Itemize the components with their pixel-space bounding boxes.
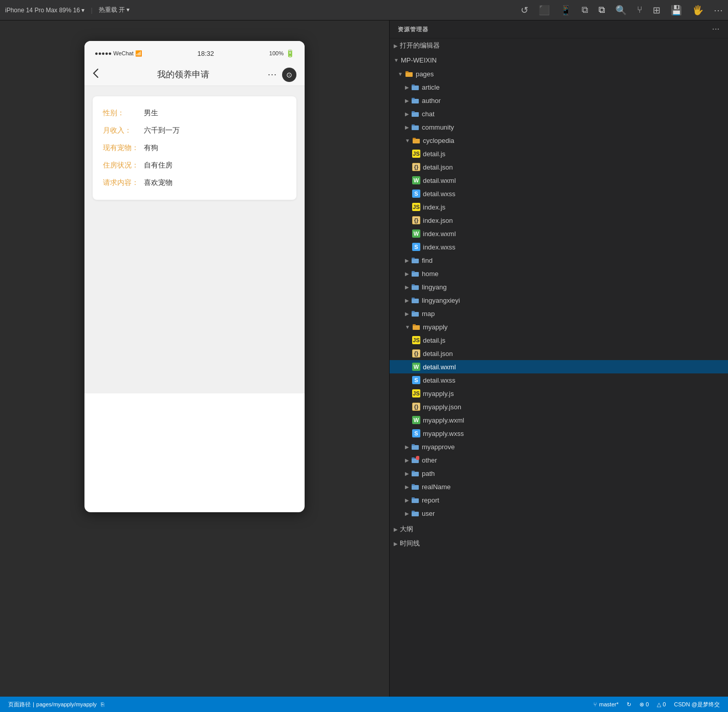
cyclopedia-chevron: ▼: [405, 138, 410, 143]
path-chevron: ▶: [405, 471, 409, 476]
folder-home[interactable]: ▶ home: [390, 267, 728, 280]
back-button[interactable]: [93, 68, 99, 81]
signal-dots: ●●●●●: [95, 50, 112, 56]
myapply-json[interactable]: {} myapply.json: [390, 400, 728, 413]
cyc-index-wxss-label: index.wxss: [423, 243, 456, 251]
folder-author[interactable]: ▶ author: [390, 94, 728, 107]
explorer-header: 资源管理器 ···: [390, 20, 728, 38]
pages-chevron: ▼: [398, 71, 403, 77]
apply-row-housing: 住房状况： 自有住房: [103, 161, 286, 170]
folder-lingyang[interactable]: ▶ lingyang: [390, 280, 728, 294]
project-chevron: ▼: [394, 57, 399, 63]
folder-community[interactable]: ▶ community: [390, 120, 728, 134]
save-icon[interactable]: 💾: [671, 5, 682, 16]
user-label: user: [422, 510, 435, 517]
timeline-section[interactable]: ▶ 时间线: [390, 536, 728, 551]
myapply-wxss-label: myapply.wxss: [423, 430, 464, 437]
refresh-icon[interactable]: ↺: [521, 5, 528, 16]
folder-chat[interactable]: ▶ chat: [390, 107, 728, 120]
svg-rect-16: [412, 285, 419, 290]
folder-cyclopedia[interactable]: ▼ cyclopedia: [390, 134, 728, 147]
copy-pages-icon[interactable]: ⧉: [598, 5, 605, 15]
breadcrumb-label: 页面路径: [8, 701, 31, 708]
folder-pages[interactable]: ▼ pages: [390, 67, 728, 80]
cyc-index-wxml[interactable]: W index.wxml: [390, 227, 728, 240]
myapply-js[interactable]: JS myapply.js: [390, 387, 728, 400]
folder-report[interactable]: ▶ report: [390, 493, 728, 507]
outline-section[interactable]: ▶ 大纲: [390, 522, 728, 536]
myapply-wxml[interactable]: W myapply.wxml: [390, 413, 728, 427]
camera-button[interactable]: ⊙: [282, 68, 296, 82]
git-icon[interactable]: ⑂: [637, 5, 643, 15]
search-icon[interactable]: 🔍: [615, 5, 627, 16]
file-tree[interactable]: ▶ 打开的编辑器 ▼ MP-WEIXIN ▼ pages ▶: [390, 38, 728, 697]
extensions-icon[interactable]: ⊞: [653, 5, 660, 16]
sync-section[interactable]: ↻: [627, 701, 631, 708]
cyc-index-js[interactable]: JS index.js: [390, 200, 728, 214]
housing-label: 住房状况：: [103, 161, 144, 170]
breadcrumb-section[interactable]: 页面路径 | pages/myapply/myapply ⎘: [8, 701, 104, 708]
cyc-index-json[interactable]: {} index.json: [390, 214, 728, 227]
myapply-detail-json[interactable]: {} detail.json: [390, 347, 728, 360]
svg-rect-5: [412, 98, 415, 99]
folder-find-icon: [411, 256, 419, 264]
phone-status-bar: ●●●●● WeChat 📶 18:32 100% 🔋: [84, 41, 305, 64]
toolbar-separator1: |: [91, 7, 92, 14]
svg-rect-20: [412, 312, 419, 317]
find-chevron: ▶: [405, 258, 409, 263]
cyc-detail-wxss[interactable]: S detail.wxss: [390, 187, 728, 200]
errors-section[interactable]: ⊗ 0: [639, 701, 649, 708]
folder-path[interactable]: ▶ path: [390, 467, 728, 480]
bottom-status-bar: 页面路径 | pages/myapply/myapply ⎘ ⑂ master*…: [0, 697, 728, 712]
myapply-detail-wxml[interactable]: W detail.wxml: [390, 360, 728, 373]
find-label: find: [422, 257, 433, 264]
phone-content: 性别： 男生 月收入： 六千到一万 现有宠物： 有狗 住房状况： 自有住房: [84, 86, 305, 393]
js-icon4: JS: [412, 389, 420, 397]
folder-realname[interactable]: ▶ realName: [390, 480, 728, 493]
window-icon[interactable]: ⧉: [582, 5, 588, 15]
cyc-detail-js[interactable]: JS detail.js: [390, 147, 728, 160]
cyc-detail-json-label: detail.json: [423, 163, 453, 171]
explorer-header-actions[interactable]: ···: [712, 25, 720, 33]
folder-other[interactable]: ▶ other: [390, 453, 728, 467]
wxml-icon: W: [412, 176, 420, 184]
folder-lingyangxieyi[interactable]: ▶ lingyangxieyi: [390, 294, 728, 307]
myapply-wxss[interactable]: S myapply.wxss: [390, 427, 728, 440]
folder-user[interactable]: ▶ user: [390, 507, 728, 520]
project-root-section[interactable]: ▼ MP-WEIXIN: [390, 53, 728, 67]
cyc-index-wxss[interactable]: S index.wxss: [390, 240, 728, 254]
csdn-section[interactable]: CSDN @是梦终交: [674, 701, 720, 708]
json-icon: {}: [412, 163, 420, 171]
svg-rect-1: [405, 71, 409, 73]
tools-icon[interactable]: 🖐: [692, 5, 703, 16]
cyc-detail-json[interactable]: {} detail.json: [390, 160, 728, 174]
opened-editors-section[interactable]: ▶ 打开的编辑器: [390, 38, 728, 53]
myapply-detail-wxss[interactable]: S detail.wxss: [390, 373, 728, 387]
folder-map[interactable]: ▶ map: [390, 307, 728, 320]
js-icon2: JS: [412, 203, 420, 211]
hot-reload-button[interactable]: 热重载 开 ▾: [99, 6, 130, 14]
cyc-index-wxml-label: index.wxml: [423, 230, 456, 238]
copy-path-icon[interactable]: ⎘: [101, 701, 104, 707]
more-right-icon[interactable]: ⋯: [714, 5, 723, 16]
svg-rect-2: [412, 86, 419, 90]
svg-rect-6: [412, 112, 419, 117]
apply-row-gender: 性别： 男生: [103, 109, 286, 118]
folder-myapprove[interactable]: ▶ myapprove: [390, 440, 728, 453]
device-selector[interactable]: iPhone 14 Pro Max 89% 16 ▾: [5, 7, 84, 14]
nav-more-button[interactable]: ···: [268, 69, 277, 80]
stop-icon[interactable]: ⬛: [539, 5, 550, 16]
folder-myapply[interactable]: ▼ myapply: [390, 320, 728, 333]
folder-article[interactable]: ▶ article: [390, 80, 728, 94]
myapply-detail-js[interactable]: JS detail.js: [390, 333, 728, 347]
phone-icon[interactable]: 📱: [560, 5, 571, 16]
myapply-detail-json-label: detail.json: [423, 350, 453, 358]
explorer-more-button[interactable]: ···: [712, 25, 720, 33]
svg-rect-29: [412, 472, 419, 476]
cyc-detail-wxml[interactable]: W detail.wxml: [390, 174, 728, 187]
folder-community-icon: [411, 123, 419, 131]
js-icon: JS: [412, 150, 420, 158]
warnings-section[interactable]: △ 0: [657, 701, 666, 708]
folder-find[interactable]: ▶ find: [390, 254, 728, 267]
git-branch-section[interactable]: ⑂ master*: [593, 701, 618, 707]
